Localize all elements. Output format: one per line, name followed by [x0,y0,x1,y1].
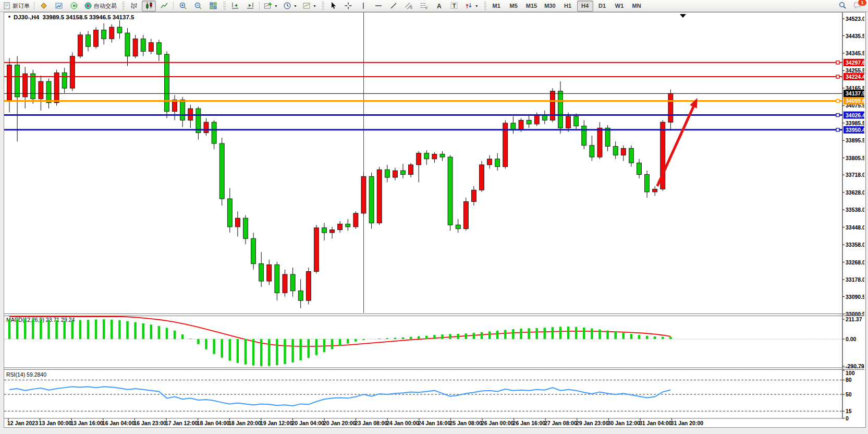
svg-text:17 Jan 12:00: 17 Jan 12:00 [165,420,198,426]
periods-button[interactable]: ▼ [281,1,299,11]
label-tool-button[interactable]: T [447,1,461,11]
timeframe-m1[interactable]: M1 [488,1,505,11]
toolbar-separator [34,2,34,10]
candle-chart-icon [145,2,153,10]
svg-text:30 Jan 12:00: 30 Jan 12:00 [607,420,640,426]
zoom-in-button[interactable] [176,1,190,11]
crosshair-icon [344,2,352,10]
price-badge: 33950.4 [843,126,864,134]
rsi-line [9,387,670,406]
cursor-tool-button[interactable] [326,1,340,11]
search-icon [838,1,847,10]
crosshair-tool-button[interactable] [341,1,356,11]
horizontal-line[interactable] [4,61,842,64]
timeframe-m30[interactable]: M30 [541,1,558,11]
channel-icon: E [405,2,413,10]
macd-panel: MACD(12,26,9) 23.71 29.24211.370.00-290.… [4,316,864,369]
bar-chart-icon [130,2,138,10]
shift-bar-icon [246,2,254,10]
svg-text:24 Jan 16:00: 24 Jan 16:00 [418,420,451,426]
timeframe-m15-label: M15 [526,3,537,9]
shapes-tool-button[interactable]: ▼ [462,1,481,11]
candle-chart-button[interactable] [142,1,156,11]
svg-text:34137.5: 34137.5 [846,90,864,97]
svg-text:33358.0: 33358.0 [846,242,864,248]
timeframe-m30-label: M30 [544,3,555,9]
new-order-button[interactable]: 新订单 [1,1,32,11]
trendline-icon [389,2,398,10]
zoom-in-icon [179,2,187,10]
chart-shift-button[interactable] [228,1,242,11]
svg-text:-290.79: -290.79 [846,363,864,369]
one-click-trading-arrow[interactable]: ▼ [7,15,11,19]
timeframe-h1[interactable]: H1 [560,1,576,11]
text-tool-button[interactable]: A [432,1,446,11]
svg-text:18 Jan 20:00: 18 Jan 20:00 [228,420,261,426]
svg-text:25 Jan 08:00: 25 Jan 08:00 [449,420,482,426]
timeframe-m1-label: M1 [493,3,500,9]
timeframe-mn[interactable]: MN [629,1,645,11]
shapes-icon [464,2,473,10]
horizontal-line[interactable] [4,128,842,131]
chart-shift-marker[interactable] [680,14,686,18]
timeframe-h1-label: H1 [564,3,571,9]
templates-button[interactable]: ▼ [300,1,319,11]
svg-text:27 Jan 08:00: 27 Jan 08:00 [544,420,577,426]
svg-text:15: 15 [846,408,852,414]
tile-windows-icon [209,2,217,10]
timeframe-d1-label: D1 [598,3,606,9]
new-order-button-label: 新订单 [13,2,30,10]
autotrade-button[interactable]: 自动交易 [82,1,119,11]
new-order-icon [3,2,11,10]
toolbar-grip [483,2,486,10]
timeframe-h4-label: H4 [581,3,589,9]
timeframe-m5[interactable]: M5 [506,1,522,11]
horizontal-line[interactable] [4,75,842,78]
toolbar-grip [121,2,125,10]
chat-button[interactable]: 1 [850,1,864,11]
svg-text:34435.5: 34435.5 [846,33,864,39]
horizontal-line[interactable] [4,114,842,117]
market-watch-button[interactable] [52,1,66,11]
svg-text:F: F [426,6,428,10]
signals-button[interactable] [67,1,81,11]
cursor-icon [329,2,337,10]
svg-text:A: A [437,3,442,10]
timeframe-d1[interactable]: D1 [594,1,610,11]
price-chart-canvas[interactable]: 34523.034435.534345.534255.534165.534075… [4,13,864,426]
dropdown-caret-icon: ▼ [313,4,316,8]
search-button[interactable] [835,1,849,11]
trendline-tool-button[interactable] [387,1,401,11]
svg-text:18 Jan 04:00: 18 Jan 04:00 [197,420,230,426]
price-badge: 34026.4 [843,112,864,119]
line-chart-button[interactable] [157,1,171,11]
indicators-button[interactable]: ▼ [262,1,280,11]
timeframe-h4[interactable]: H4 [577,1,593,11]
symbols-button[interactable] [36,1,51,11]
label-t-icon: T [450,2,458,10]
dropdown-caret-icon: ▼ [475,4,479,8]
svg-text:50: 50 [846,391,852,397]
svg-text:12 Jan 2023: 12 Jan 2023 [7,420,38,426]
rsi-panel: RSI(14) 59.28401008050150 [4,370,855,421]
svg-text:31 Jan 20:00: 31 Jan 20:00 [671,420,704,426]
svg-text:34345.5: 34345.5 [846,50,864,56]
shift-end-icon [231,2,239,10]
timeframe-w1[interactable]: W1 [612,1,628,11]
zoom-out-button[interactable] [191,1,205,11]
autotrade-icon [84,2,92,10]
horizontal-line[interactable] [4,99,842,102]
timeframe-m5-label: M5 [510,3,518,9]
vertical-line-tool-button[interactable] [357,1,371,11]
horizontal-line-tool-button[interactable] [372,1,386,11]
svg-text:34099.6: 34099.6 [846,98,864,104]
svg-text:13 Jan 00:00: 13 Jan 00:00 [39,420,72,426]
tile-windows-button[interactable] [206,1,220,11]
svg-text:33985.5: 33985.5 [846,120,864,126]
timeframe-m15[interactable]: M15 [523,1,540,11]
bar-chart-button[interactable] [127,1,141,11]
svg-text:33538.0: 33538.0 [846,207,864,213]
fibonacci-tool-button[interactable]: F [417,1,431,11]
auto-scroll-button[interactable] [243,1,257,11]
channel-tool-button[interactable]: E [402,1,416,11]
